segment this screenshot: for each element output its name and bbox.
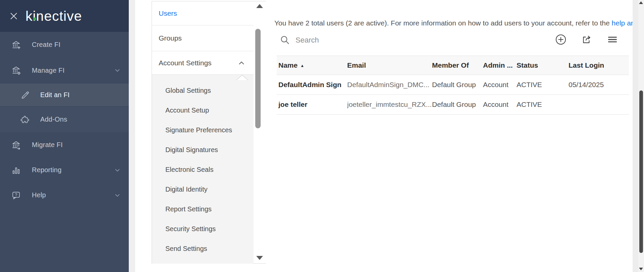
search-icon: [279, 35, 290, 45]
cell-last-login: 05/14/2025: [569, 81, 629, 89]
scroll-up-icon[interactable]: [639, 1, 643, 4]
add-user-icon[interactable]: [555, 33, 567, 46]
table-header: Name▲ Email Member Of Admin ... Status L…: [277, 56, 629, 75]
bank-arrow-icon: [11, 140, 21, 150]
submenu-item-send-settings[interactable]: Send Settings: [152, 239, 254, 259]
sidebar-item-label: Create FI: [32, 41, 60, 49]
column-header-status[interactable]: Status: [517, 61, 569, 69]
sidebar-item-migrate-fi[interactable]: Migrate FI: [0, 132, 129, 157]
sidebar: kinective Create FI: [0, 0, 129, 272]
submenu-item-signature-preferences[interactable]: Signature Preferences: [152, 120, 254, 140]
sidebar-item-label: Reporting: [32, 166, 62, 174]
page-scrollbar-thumb[interactable]: [639, 90, 643, 253]
brand-logo-dot: [33, 17, 36, 20]
table-row[interactable]: joe teller joeteller_immtestcu_RZX... De…: [277, 95, 629, 115]
bank-gear-icon: [11, 65, 21, 75]
sidebar-item-label: Manage FI: [32, 67, 64, 74]
table-row[interactable]: DefaultAdmin Sign DefaultAdminSign_DMC..…: [277, 75, 629, 95]
chevron-down-icon: [113, 166, 121, 174]
cell-name: DefaultAdmin Sign: [277, 81, 347, 89]
panel-item-users[interactable]: Users: [152, 1, 254, 25]
users-summary-text: You have 2 total users (2 are active). F…: [274, 19, 610, 27]
bar-chart-icon: [11, 165, 21, 175]
content-gutter: [633, 0, 638, 272]
cell-email: joeteller_immtestcu_RZX...: [347, 100, 432, 109]
cell-status: ACTIVE: [517, 81, 569, 89]
submenu-item-electronic-seals[interactable]: Electronic Seals: [152, 160, 254, 180]
settings-panel: Users Groups Account Settings Global Set…: [152, 1, 266, 264]
panel-item-label: Groups: [159, 34, 182, 42]
sidebar-item-manage-fi[interactable]: Manage FI: [0, 58, 129, 83]
users-main: You have 2 total users (2 are active). F…: [266, 0, 633, 272]
sidebar-item-label: Migrate FI: [32, 141, 63, 149]
chevron-up-icon: [236, 58, 247, 68]
help-bubble-icon: ?: [11, 190, 21, 200]
panel-item-account-settings[interactable]: Account Settings: [152, 51, 254, 75]
search-input[interactable]: [296, 34, 436, 46]
cell-email: DefaultAdminSign_DMC...: [347, 81, 432, 89]
cell-member-of: Default Group: [432, 81, 483, 89]
menu-icon[interactable]: [607, 33, 619, 46]
bank-plus-icon: [11, 40, 21, 50]
column-header-member-of[interactable]: Member Of: [432, 61, 483, 69]
column-header-admin[interactable]: Admin ...: [483, 61, 517, 69]
sidebar-gutter: [129, 0, 135, 272]
export-icon[interactable]: [581, 33, 593, 46]
sidebar-item-help[interactable]: ? Help: [0, 183, 129, 208]
app-window: kinective Create FI: [0, 0, 644, 272]
sidebar-item-label: Add-Ons: [40, 116, 67, 123]
submenu-item-report-settings[interactable]: Report Settings: [152, 199, 254, 219]
panel-item-label: Users: [159, 9, 177, 17]
panel-scrollbar-thumb[interactable]: [255, 29, 261, 128]
pencil-icon: [20, 90, 30, 100]
sidebar-header: kinective: [0, 0, 129, 32]
sidebar-item-create-fi[interactable]: Create FI: [0, 32, 129, 58]
sidebar-item-label: Edit an FI: [40, 91, 70, 99]
svg-text:?: ?: [15, 193, 17, 197]
submenu-item-security-settings[interactable]: Security Settings: [152, 219, 254, 239]
account-settings-submenu: Global Settings Account Setup Signature …: [152, 75, 254, 264]
sidebar-item-edit-an-fi[interactable]: Edit an FI: [0, 83, 129, 107]
users-summary: You have 2 total users (2 are active). F…: [274, 19, 644, 27]
cell-member-of: Default Group: [432, 100, 483, 109]
submenu-item-digital-identity[interactable]: Digital Identity: [152, 180, 254, 199]
scroll-down-icon[interactable]: [639, 268, 643, 270]
users-table: Name▲ Email Member Of Admin ... Status L…: [277, 56, 629, 115]
cell-status: ACTIVE: [517, 100, 569, 109]
sort-asc-icon: ▲: [300, 63, 304, 68]
column-header-last-login[interactable]: Last Login: [569, 61, 629, 69]
submenu-item-account-setup[interactable]: Account Setup: [152, 100, 254, 120]
sidebar-item-reporting[interactable]: Reporting: [0, 157, 129, 183]
submenu-item-digital-signatures[interactable]: Digital Signatures: [152, 140, 254, 160]
puzzle-icon: [20, 115, 30, 125]
sidebar-item-label: Help: [32, 191, 46, 199]
brand-logo: kinective: [25, 6, 82, 26]
scroll-up-icon[interactable]: [256, 4, 263, 8]
panel-scrollbar: [254, 1, 266, 263]
close-icon[interactable]: [8, 10, 20, 22]
column-header-name[interactable]: Name▲: [277, 61, 347, 69]
cell-admin: Account: [483, 100, 517, 109]
sidebar-item-add-ons[interactable]: Add-Ons: [0, 107, 129, 132]
brand-logo-text: kinective: [25, 8, 82, 24]
scroll-down-icon[interactable]: [256, 256, 263, 260]
cell-name: joe teller: [277, 100, 347, 109]
cell-admin: Account: [483, 81, 517, 89]
page-scrollbar: [638, 0, 644, 272]
submenu-item-global-settings[interactable]: Global Settings: [152, 81, 254, 100]
chevron-down-icon: [113, 66, 121, 74]
column-header-email[interactable]: Email: [347, 61, 432, 69]
panel-item-groups[interactable]: Groups: [152, 25, 254, 51]
panel-item-label: Account Settings: [159, 59, 212, 67]
chevron-down-icon: [113, 191, 121, 199]
